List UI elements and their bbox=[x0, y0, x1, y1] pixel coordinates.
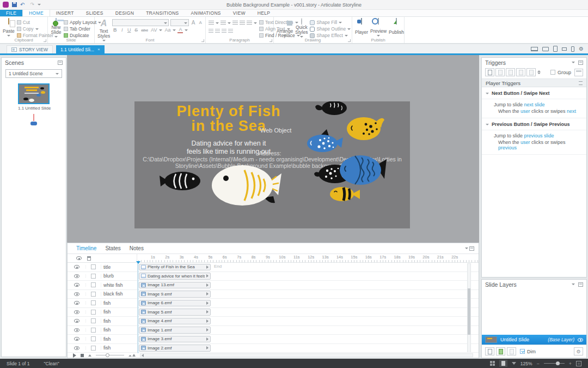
timeline-horizontal-scrollbar[interactable] bbox=[140, 353, 473, 357]
eye-icon[interactable] bbox=[74, 292, 79, 296]
trigger-collapse-icon[interactable] bbox=[486, 124, 489, 125]
line-spacing-icon[interactable] bbox=[247, 21, 252, 25]
menu-tab-animations[interactable]: ANIMATIONS bbox=[185, 10, 227, 16]
eye-icon[interactable] bbox=[74, 274, 79, 278]
italic-button[interactable]: I bbox=[119, 27, 125, 33]
row-visibility-cell[interactable] bbox=[68, 292, 86, 296]
timeline-vertical-scrollbar[interactable] bbox=[467, 263, 471, 353]
collapse-all-icon[interactable] bbox=[579, 81, 583, 85]
eye-icon[interactable] bbox=[74, 283, 79, 287]
zoom-in-icon[interactable] bbox=[128, 354, 136, 357]
row-name[interactable]: blurb bbox=[101, 273, 137, 279]
layers-menu-caret-icon[interactable] bbox=[572, 283, 575, 285]
clipboard-dialog-launcher[interactable] bbox=[44, 39, 46, 42]
group-triggers-control[interactable]: Group bbox=[550, 70, 571, 75]
bold-button[interactable]: B bbox=[112, 27, 118, 33]
menu-tab-transitions[interactable]: TRANSITIONS bbox=[140, 10, 185, 16]
tab-story-view[interactable]: STORY VIEW bbox=[7, 45, 53, 53]
row-lock-cell[interactable] bbox=[86, 310, 101, 315]
row-name[interactable]: black fish bbox=[101, 291, 137, 297]
trigger-user-link[interactable]: user bbox=[520, 140, 530, 145]
row-name[interactable]: fish bbox=[101, 300, 137, 306]
change-case-button[interactable]: Aa bbox=[164, 27, 171, 33]
delete-trigger-button[interactable] bbox=[526, 68, 536, 76]
group-checkbox[interactable] bbox=[550, 70, 555, 75]
bar-expand-arrow-icon[interactable] bbox=[206, 274, 209, 277]
layer-properties-gear-icon[interactable]: ⚙ bbox=[574, 347, 583, 355]
font-dialog-launcher[interactable] bbox=[201, 39, 204, 42]
row-name[interactable]: white fish bbox=[101, 282, 137, 288]
row-checkbox[interactable] bbox=[91, 346, 96, 351]
row-name[interactable]: fish bbox=[101, 327, 137, 333]
timeline-tab-states[interactable]: States bbox=[101, 245, 125, 251]
bar-expand-arrow-icon[interactable] bbox=[206, 319, 209, 323]
playhead-marker[interactable] bbox=[136, 261, 140, 264]
tablet-landscape-preview-icon[interactable] bbox=[562, 47, 567, 51]
row-visibility-cell[interactable] bbox=[68, 337, 86, 341]
row-visibility-cell[interactable] bbox=[68, 310, 86, 314]
grow-font-button[interactable]: A bbox=[191, 20, 196, 26]
shrink-font-button[interactable]: A bbox=[198, 20, 203, 26]
bar-expand-arrow-icon[interactable] bbox=[206, 328, 209, 331]
justify-icon[interactable] bbox=[228, 29, 233, 33]
row-visibility-cell[interactable] bbox=[68, 283, 86, 287]
trigger-header[interactable]: Next Button / Swipe Next bbox=[482, 87, 586, 99]
dim-control[interactable]: Dim bbox=[520, 349, 536, 354]
ruler-strip[interactable]: 1s2s3s4s5s6s7s8s9s10s11s12s13s14s15s16s1… bbox=[137, 254, 479, 262]
row-checkbox[interactable] bbox=[91, 292, 96, 297]
row-visibility-cell[interactable] bbox=[68, 319, 86, 323]
row-lock-cell[interactable] bbox=[86, 264, 101, 269]
row-name[interactable]: title bbox=[101, 264, 137, 270]
bar-expand-arrow-icon[interactable] bbox=[206, 266, 209, 269]
edit-layer-button[interactable] bbox=[496, 347, 505, 355]
timeline-menu-caret-icon[interactable] bbox=[465, 248, 468, 249]
layers-pin-icon[interactable] bbox=[578, 282, 583, 287]
timeline-pin-icon[interactable] bbox=[469, 246, 474, 251]
menu-tab-home[interactable]: HOME bbox=[22, 10, 50, 16]
timeline-object-bar[interactable]: Image 4.emf bbox=[139, 318, 211, 325]
row-checkbox[interactable] bbox=[91, 318, 96, 323]
bar-expand-arrow-icon[interactable] bbox=[206, 346, 209, 349]
player-triggers-header[interactable]: Player Triggers bbox=[482, 79, 586, 87]
player-settings-gear-icon[interactable]: ⚙ bbox=[579, 46, 584, 52]
font-name-select[interactable] bbox=[112, 19, 169, 26]
trigger-body[interactable]: Jump to slide next slide When the user c… bbox=[482, 99, 586, 118]
trigger-event-link[interactable]: previous bbox=[498, 145, 517, 150]
player-button[interactable]: Player bbox=[355, 19, 368, 37]
timeline-object-bar[interactable]: Image 2.emf bbox=[139, 345, 211, 352]
timeline-zoom-slider[interactable] bbox=[96, 355, 124, 355]
trigger-event-link[interactable]: next bbox=[567, 108, 576, 114]
delete-layer-button[interactable] bbox=[507, 347, 516, 355]
slide-canvas[interactable]: Plenty of Fish in the Sea Web Object Dat… bbox=[134, 101, 410, 228]
paste-trigger-button[interactable] bbox=[516, 68, 525, 76]
zoom-slider[interactable] bbox=[544, 363, 565, 364]
play-icon[interactable] bbox=[73, 353, 76, 358]
scenes-pin-icon[interactable] bbox=[58, 61, 63, 65]
filter-icon[interactable] bbox=[512, 362, 516, 365]
shape-fill-button[interactable]: Shape Fill bbox=[310, 20, 351, 25]
trigger-wizard-icon[interactable] bbox=[574, 69, 583, 76]
trigger-collapse-icon[interactable] bbox=[486, 93, 489, 94]
timeline-object-bar[interactable]: Image 9.emf bbox=[139, 291, 211, 298]
trigger-user-link[interactable]: user bbox=[520, 108, 530, 114]
tablet-portrait-preview-icon[interactable] bbox=[553, 46, 558, 52]
story-view-toggle-icon[interactable] bbox=[490, 361, 495, 366]
timeline-object-bar[interactable]: Image 1.emf bbox=[139, 327, 211, 334]
timeline-ruler[interactable]: 1s2s3s4s5s6s7s8s9s10s11s12s13s14s15s16s1… bbox=[68, 254, 479, 263]
underline-button[interactable]: U bbox=[126, 27, 132, 33]
row-visibility-cell[interactable] bbox=[68, 265, 86, 269]
timeline-object-bar[interactable]: Image 13.emf bbox=[139, 282, 211, 289]
row-name[interactable]: fish bbox=[101, 336, 137, 342]
slide-view-toggle-icon[interactable] bbox=[499, 360, 507, 367]
row-checkbox[interactable] bbox=[91, 264, 96, 269]
base-layer-row[interactable]: Untitled Slide (Base Layer) bbox=[482, 335, 586, 345]
row-name[interactable]: fish bbox=[101, 309, 137, 315]
layer-visibility-eye-icon[interactable] bbox=[578, 338, 583, 342]
menu-tab-slides[interactable]: SLIDES bbox=[80, 10, 109, 16]
row-lock-cell[interactable] bbox=[86, 292, 101, 297]
row-name[interactable]: fish bbox=[101, 318, 137, 324]
triggers-menu-caret-icon[interactable] bbox=[572, 62, 575, 63]
text-styles-button[interactable]: A Text Styles bbox=[97, 19, 110, 37]
preview-button[interactable]: Preview bbox=[370, 19, 387, 37]
shape-outline-button[interactable]: Shape Outline bbox=[310, 26, 351, 32]
